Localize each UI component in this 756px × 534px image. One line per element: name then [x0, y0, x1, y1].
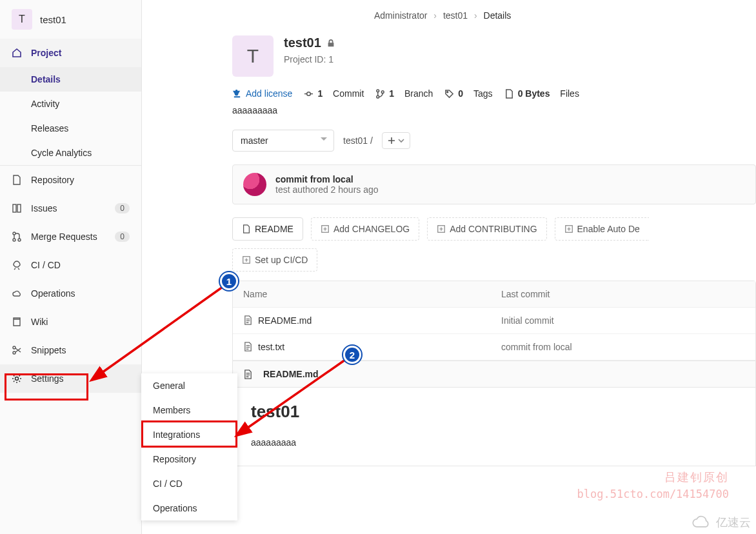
sidebar-item-label: Repository [31, 175, 74, 185]
sidebar-item-cicd[interactable]: CI / CD [0, 251, 141, 279]
col-name-header[interactable]: Name [233, 281, 491, 308]
breadcrumb-current: Details [484, 10, 512, 21]
table-row[interactable]: README.md Initial commit [233, 308, 755, 334]
sidebar-project-header[interactable]: T test01 [0, 0, 141, 39]
tag-icon [444, 89, 454, 99]
svg-point-5 [13, 346, 15, 349]
commits-stat[interactable]: 1 Commit [304, 88, 364, 99]
sidebar-item-operations[interactable]: Operations [0, 279, 141, 308]
file-table: Name Last commit README.md Initial commi… [232, 281, 756, 361]
lock-icon [326, 39, 335, 48]
sidebar-item-wiki[interactable]: Wiki [0, 308, 141, 336]
branch-icon [375, 89, 385, 99]
gear-icon [12, 373, 22, 384]
svg-rect-0 [13, 204, 16, 212]
issues-icon [12, 203, 22, 213]
svg-point-11 [377, 89, 379, 92]
file-icon [243, 315, 253, 325]
sidebar-item-issues[interactable]: Issues 0 [0, 194, 141, 222]
annotation-marker-1: 1 [220, 272, 238, 290]
setup-cicd-button[interactable]: Set up CI/CD [232, 248, 317, 272]
svg-point-14 [447, 91, 448, 92]
sidebar-sub-details[interactable]: Details [0, 67, 141, 92]
plus-box-icon [437, 224, 446, 233]
chevron-down-icon [398, 137, 404, 144]
svg-point-6 [13, 351, 15, 354]
branch-select[interactable]: master [232, 130, 334, 152]
mr-count-badge: 0 [115, 232, 130, 242]
sidebar-sub-releases[interactable]: Releases [0, 116, 141, 141]
watermark-text: 吕建钊原创 [664, 470, 729, 485]
cloud-icon [12, 288, 22, 299]
sidebar-item-label: Wiki [31, 317, 48, 327]
cloud-icon [690, 515, 712, 529]
sidebar-item-merge-requests[interactable]: Merge Requests 0 [0, 222, 141, 251]
sidebar-item-project[interactable]: Project [0, 39, 141, 67]
sidebar-item-label: Issues [31, 203, 57, 213]
scale-icon [232, 89, 242, 99]
add-license-link[interactable]: Add license [232, 88, 292, 99]
project-avatar-large: T [232, 35, 274, 77]
svg-point-7 [15, 377, 19, 381]
svg-rect-1 [17, 204, 21, 212]
sidebar: T test01 Project Details Activity Releas… [0, 0, 142, 534]
svg-point-4 [18, 239, 21, 241]
path-crumb[interactable]: test01 / [343, 135, 373, 146]
readme-title: test01 [251, 402, 737, 422]
watermark-corner: 亿速云 [690, 515, 751, 530]
project-id: Project ID: 1 [284, 54, 335, 64]
branches-stat[interactable]: 1 Branch [375, 88, 433, 99]
sidebar-item-settings[interactable]: Settings [0, 364, 141, 393]
svg-point-12 [377, 95, 379, 98]
plus-box-icon [242, 255, 251, 264]
file-icon [504, 89, 514, 99]
annotation-marker-2: 2 [343, 346, 361, 364]
table-row[interactable]: test.txt commit from local [233, 334, 755, 361]
submenu-cicd[interactable]: CI / CD [141, 471, 237, 496]
sidebar-item-repository[interactable]: Repository [0, 166, 141, 194]
file-icon [243, 370, 253, 379]
sidebar-sub-cycle-analytics[interactable]: Cycle Analytics [0, 141, 141, 165]
sidebar-label: Project [31, 48, 61, 58]
rocket-icon [12, 260, 22, 270]
breadcrumb: Administrator › test01 › Details [374, 10, 511, 21]
tags-stat[interactable]: 0 Tags [444, 88, 492, 99]
readme-panel-header: README.md [232, 361, 756, 388]
add-file-button[interactable] [382, 132, 410, 149]
scissors-icon [12, 345, 22, 355]
readme-button[interactable]: README [232, 217, 303, 241]
file-icon [242, 224, 251, 233]
submenu-integrations[interactable]: Integrations [141, 422, 237, 447]
sidebar-item-snippets[interactable]: Snippets [0, 336, 141, 364]
plus-icon [388, 137, 395, 144]
merge-icon [12, 232, 22, 242]
commit-icon [304, 89, 313, 99]
watermark-url: blog.51cto.com/14154700 [577, 488, 729, 500]
svg-point-3 [13, 239, 15, 241]
sidebar-item-label: Operations [31, 288, 75, 299]
files-stat[interactable]: 0 Bytes Files [504, 88, 579, 99]
submenu-repository[interactable]: Repository [141, 447, 237, 471]
svg-point-2 [13, 232, 15, 235]
latest-commit[interactable]: commit from local test authored 2 hours … [232, 164, 756, 204]
add-changelog-button[interactable]: Add CHANGELOG [311, 217, 419, 241]
add-contributing-button[interactable]: Add CONTRIBUTING [427, 217, 546, 241]
submenu-general[interactable]: General [141, 373, 237, 398]
breadcrumb-project[interactable]: test01 [443, 10, 468, 21]
commit-meta: test authored 2 hours ago [275, 184, 379, 195]
project-avatar-small: T [12, 9, 32, 30]
submenu-operations[interactable]: Operations [141, 496, 237, 520]
enable-autodevops-button[interactable]: Enable Auto De [555, 217, 649, 241]
file-icon [243, 342, 253, 351]
commit-message: commit from local [275, 174, 379, 184]
doc-icon [12, 175, 22, 185]
breadcrumb-root[interactable]: Administrator [374, 10, 427, 21]
svg-point-10 [307, 92, 311, 95]
commit-author-avatar [243, 173, 266, 196]
readme-content: aaaaaaaaa [251, 437, 737, 448]
readme-panel-body: test01 aaaaaaaaa [232, 388, 756, 466]
submenu-members[interactable]: Members [141, 398, 237, 422]
col-lastcommit-header[interactable]: Last commit [491, 281, 755, 308]
sidebar-item-label: Settings [31, 373, 64, 384]
sidebar-sub-activity[interactable]: Activity [0, 92, 141, 116]
